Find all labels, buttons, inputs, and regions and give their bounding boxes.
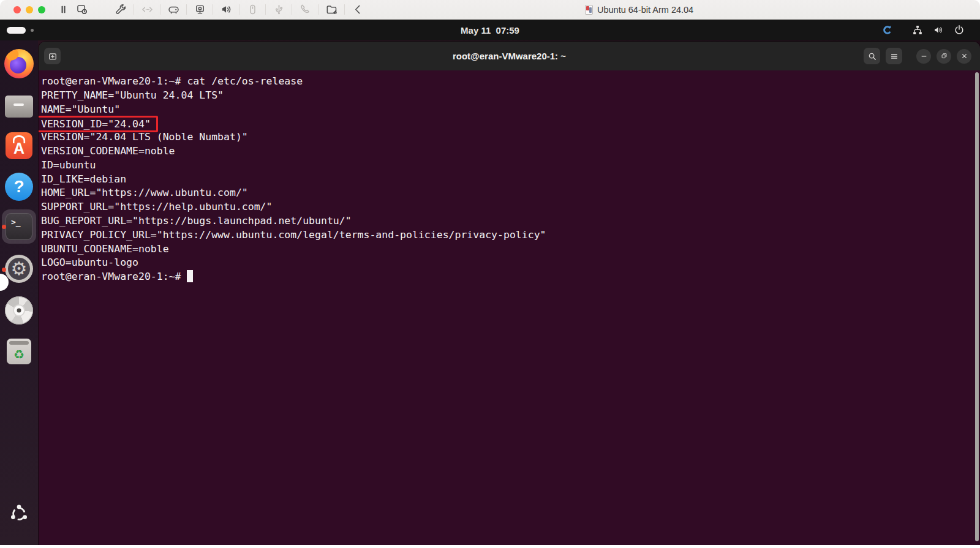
- vm-title: Ubuntu 64-bit Arm 24.04: [585, 0, 693, 20]
- toolbar-divider: [292, 4, 292, 15]
- vm-title-label: Ubuntu 64-bit Arm 24.04: [597, 5, 693, 15]
- terminal-body[interactable]: root@eran-VMware20-1:~# cat /etc/os-rele…: [39, 70, 980, 545]
- camera-icon[interactable]: [190, 2, 209, 18]
- files-icon: [5, 96, 33, 118]
- settings-wrench-icon[interactable]: [111, 2, 130, 18]
- app-center-glyph: A: [13, 141, 24, 156]
- terminal-window: root@eran-VMware20-1: ~ root@eran-VMware…: [39, 42, 980, 545]
- collapse-toolbar-icon[interactable]: [349, 2, 367, 18]
- terminal-line: NAME="Ubuntu": [41, 103, 980, 117]
- menu-button[interactable]: [886, 48, 902, 64]
- terminal-cursor: [187, 270, 193, 282]
- vmware-vm-window: Ubuntu 64-bit Arm 24.04 May 11 07:59 A?>…: [0, 0, 980, 548]
- snapshot-icon[interactable]: [72, 2, 91, 18]
- new-tab-button[interactable]: [44, 48, 61, 64]
- phone-icon[interactable]: [296, 2, 314, 18]
- mouse-icon[interactable]: [243, 2, 262, 18]
- dock-item-terminal[interactable]: >_: [2, 209, 36, 244]
- minimize-button[interactable]: [916, 49, 931, 64]
- toolbar-divider: [239, 4, 239, 15]
- sound-icon[interactable]: [217, 2, 235, 18]
- volume-icon[interactable]: [932, 24, 944, 37]
- recycle-icon: ♻: [13, 348, 24, 361]
- gear-icon: ⚙: [11, 260, 28, 278]
- terminal-line: VERSION_CODENAME=noble: [41, 145, 980, 159]
- settings-icon: ⚙: [5, 255, 33, 283]
- dock-item-show-apps[interactable]: [4, 499, 34, 528]
- close-button[interactable]: [957, 49, 971, 64]
- zoom-window-button[interactable]: [38, 6, 45, 13]
- usb-icon[interactable]: [270, 2, 288, 18]
- dock-item-firefox[interactable]: [4, 49, 34, 78]
- vmware-toolbar: Ubuntu 64-bit Arm 24.04: [0, 0, 980, 20]
- terminal-line: ID=ubuntu: [41, 159, 980, 173]
- terminal-header-controls: [864, 48, 971, 64]
- dock-item-settings[interactable]: ⚙: [4, 254, 34, 283]
- highlight-box: VERSION_ID="24.04": [39, 116, 158, 132]
- terminal-scrollbar[interactable]: [975, 72, 979, 541]
- terminal-header: root@eran-VMware20-1: ~: [39, 42, 980, 70]
- send-keys-icon[interactable]: [138, 2, 156, 18]
- terminal-line: ID_LIKE=debian: [41, 173, 980, 187]
- restore-button[interactable]: [937, 49, 951, 64]
- network-icon[interactable]: [911, 24, 924, 37]
- terminal-line: BUG_REPORT_URL="https://bugs.launchpad.n…: [41, 214, 980, 228]
- app-center-icon: A: [6, 132, 32, 159]
- dock-item-app-center[interactable]: A: [4, 131, 34, 160]
- firefox-icon: [4, 49, 34, 78]
- trash-icon: ♻: [7, 339, 31, 364]
- close-window-button[interactable]: [13, 6, 21, 13]
- running-indicator-dot: [2, 268, 6, 272]
- running-indicator-dot: [2, 225, 6, 229]
- disc-icon: [5, 296, 33, 325]
- desktop: A?>_⚙♻ root@eran-VMware20-1: ~ root@eran…: [0, 40, 980, 545]
- hard-disk-icon[interactable]: [164, 2, 183, 18]
- gnome-top-bar: May 11 07:59: [0, 20, 980, 40]
- terminal-line: VERSION="24.04 LTS (Noble Numbat)": [41, 130, 980, 145]
- show-apps-icon: [4, 499, 34, 528]
- power-icon[interactable]: [952, 24, 965, 37]
- terminal-icon: >_: [6, 213, 32, 240]
- pause-icon[interactable]: [54, 2, 72, 18]
- terminal-line: PRETTY_NAME="Ubuntu 24.04 LTS": [41, 89, 980, 103]
- terminal-line: SUPPORT_URL="https://help.ubuntu.com/": [41, 200, 980, 214]
- toolbar-divider: [213, 4, 213, 15]
- c-app-indicator-icon[interactable]: [880, 24, 893, 37]
- terminal-line: root@eran-VMware20-1:~# cat /etc/os-rele…: [41, 75, 980, 89]
- toolbar-divider: [318, 4, 318, 15]
- window-bottom-edge: [0, 545, 980, 548]
- terminal-line: VERSION_ID="24.04": [41, 116, 980, 130]
- vmware-document-icon: [585, 5, 593, 15]
- vm-control-buttons: [54, 2, 91, 18]
- dock-item-disc[interactable]: [4, 296, 34, 325]
- minimize-window-button[interactable]: [26, 6, 33, 13]
- dock: A?>_⚙♻: [0, 40, 38, 545]
- terminal-title: root@eran-VMware20-1: ~: [39, 51, 980, 61]
- vm-device-buttons: [111, 2, 367, 18]
- toolbar-divider: [344, 4, 345, 15]
- dock-item-trash[interactable]: ♻: [4, 337, 34, 366]
- shared-folder-icon[interactable]: [322, 2, 341, 18]
- terminal-line: LOGO=ubuntu-logo: [41, 256, 980, 270]
- terminal-line: UBUNTU_CODENAME=noble: [41, 242, 980, 257]
- terminal-line: root@eran-VMware20-1:~#: [41, 270, 980, 284]
- toolbar-divider: [186, 4, 187, 15]
- toolbar-divider: [160, 4, 160, 15]
- toolbar-divider: [265, 4, 266, 15]
- terminal-line: PRIVACY_POLICY_URL="https://www.ubuntu.c…: [41, 228, 980, 242]
- dock-item-help[interactable]: ?: [4, 172, 34, 201]
- traffic-lights: [13, 6, 45, 13]
- clock[interactable]: May 11 07:59: [0, 20, 980, 40]
- system-status-area[interactable]: [880, 20, 965, 40]
- toolbar-divider: [134, 4, 134, 15]
- dock-item-files[interactable]: [4, 91, 34, 120]
- terminal-line: HOME_URL="https://www.ubuntu.com/": [41, 186, 980, 200]
- search-button[interactable]: [864, 48, 880, 64]
- help-icon: ?: [5, 173, 33, 201]
